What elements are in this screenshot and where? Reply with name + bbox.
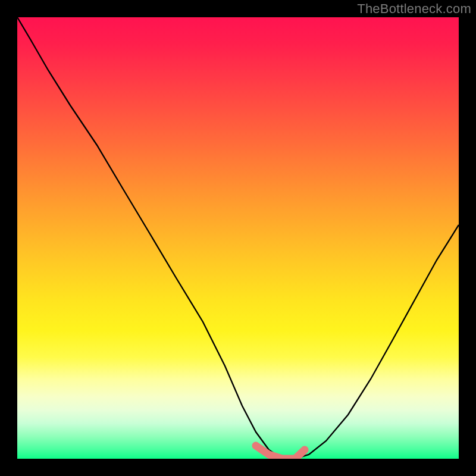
chart-svg	[17, 17, 459, 459]
bottleneck-curve	[17, 17, 459, 459]
plot-area	[17, 17, 459, 459]
minimum-marker	[256, 446, 305, 459]
watermark-text: TheBottleneck.com	[357, 1, 471, 17]
chart-frame: TheBottleneck.com	[0, 0, 476, 476]
